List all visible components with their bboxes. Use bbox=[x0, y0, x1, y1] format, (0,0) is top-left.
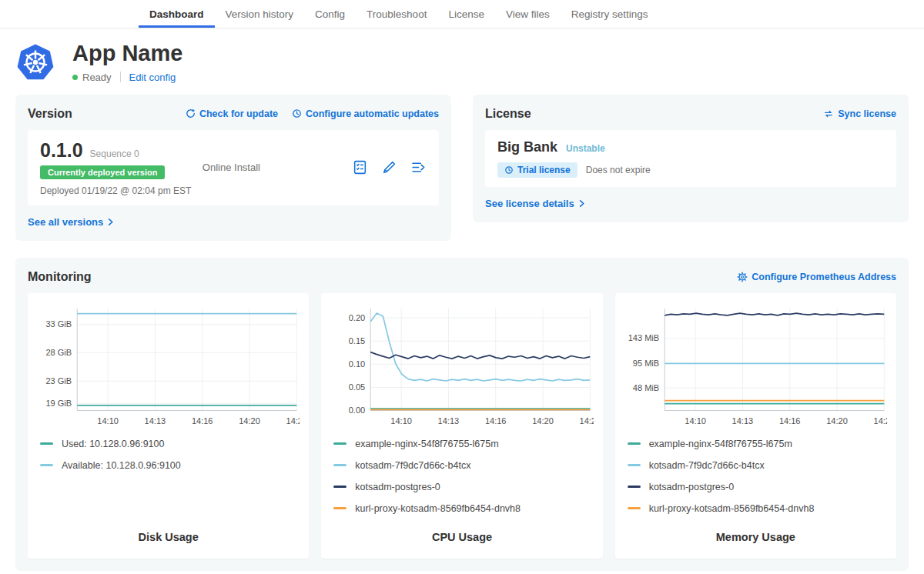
legend-swatch bbox=[40, 442, 53, 445]
legend-label: kotsadm-7f9dc7d66c-b4tcx bbox=[355, 460, 470, 471]
legend-label: example-nginx-54f8f76755-l675m bbox=[355, 439, 498, 449]
tab-license[interactable]: License bbox=[437, 0, 495, 28]
memory-usage-chart: 143 MiB95 MiB48 MiB14:1014:1314:1614:201… bbox=[624, 302, 887, 431]
legend-item: Available: 10.128.0.96:9100 bbox=[40, 460, 296, 471]
legend-swatch bbox=[333, 464, 346, 466]
chart-title: Memory Usage bbox=[624, 525, 887, 551]
svg-text:48 MiB: 48 MiB bbox=[632, 383, 658, 392]
preflight-checks-icon[interactable] bbox=[381, 159, 397, 175]
chart-legend: Used: 10.128.0.96:9100Available: 10.128.… bbox=[37, 439, 300, 482]
see-license-details-label: See license details bbox=[485, 198, 574, 209]
svg-text:14:16: 14:16 bbox=[485, 415, 507, 425]
chevron-right-icon bbox=[106, 218, 115, 226]
channel-name: Unstable bbox=[566, 143, 605, 154]
tab-troubleshoot[interactable]: Troubleshoot bbox=[356, 0, 437, 28]
version-card: Version Check for update Configure autom… bbox=[15, 95, 451, 241]
tab-dashboard[interactable]: Dashboard bbox=[139, 0, 215, 28]
svg-text:0.10: 0.10 bbox=[349, 359, 365, 369]
legend-label: Available: 10.128.0.96:9100 bbox=[62, 460, 181, 471]
clock-refresh-icon bbox=[292, 108, 302, 118]
deploy-logs-icon[interactable] bbox=[410, 159, 427, 175]
legend-item: kurl-proxy-kotsadm-8569fb6454-dnvh8 bbox=[628, 503, 884, 514]
cpu-usage-card: 0.200.150.100.050.0014:1014:1314:1614:20… bbox=[321, 293, 602, 559]
app-header: App Name Ready Edit config bbox=[0, 28, 924, 95]
sync-license-label: Sync license bbox=[838, 108, 896, 119]
svg-text:0.15: 0.15 bbox=[349, 336, 365, 345]
clock-icon bbox=[504, 165, 514, 175]
legend-swatch bbox=[628, 442, 641, 445]
legend-item: example-nginx-54f8f76755-l675m bbox=[333, 439, 590, 449]
svg-text:14:10: 14:10 bbox=[97, 415, 119, 425]
legend-item: kotsadm-7f9dc7d66c-b4tcx bbox=[628, 460, 884, 471]
cpu-usage-chart: 0.200.150.100.050.0014:1014:1314:1614:20… bbox=[330, 302, 593, 431]
check-for-update-label: Check for update bbox=[199, 108, 278, 119]
legend-swatch bbox=[628, 486, 641, 488]
legend-item: kotsadm-7f9dc7d66c-b4tcx bbox=[333, 460, 590, 471]
svg-text:14:10: 14:10 bbox=[391, 415, 413, 425]
chart-legend: example-nginx-54f8f76755-l675mkotsadm-7f… bbox=[330, 439, 593, 525]
chevron-right-icon bbox=[578, 199, 586, 208]
charts-row: 33 GiB28 GiB23 GiB19 GiB14:1014:1314:161… bbox=[28, 293, 896, 559]
summary-cards-row: Version Check for update Configure autom… bbox=[15, 95, 909, 241]
configure-automatic-updates-link[interactable]: Configure automatic updates bbox=[292, 108, 439, 119]
kubernetes-logo-icon bbox=[17, 44, 54, 81]
legend-item: example-nginx-54f8f76755-l675m bbox=[628, 439, 884, 449]
svg-text:14:16: 14:16 bbox=[192, 415, 213, 425]
version-sequence: Sequence 0 bbox=[90, 149, 139, 159]
configure-automatic-updates-label: Configure automatic updates bbox=[306, 108, 439, 119]
see-all-versions-label: See all versions bbox=[28, 216, 103, 228]
legend-swatch bbox=[628, 507, 641, 509]
legend-label: kotsadm-7f9dc7d66c-b4tcx bbox=[649, 460, 765, 471]
svg-text:95 MiB: 95 MiB bbox=[632, 359, 658, 368]
app-name: App Name bbox=[72, 42, 182, 66]
check-for-update-link[interactable]: Check for update bbox=[186, 108, 278, 119]
svg-text:14:23: 14:23 bbox=[580, 415, 594, 425]
svg-text:14:16: 14:16 bbox=[779, 415, 801, 425]
legend-swatch bbox=[333, 486, 346, 488]
customer-name: Big Bank bbox=[497, 139, 557, 155]
configure-prometheus-link[interactable]: Configure Prometheus Address bbox=[737, 272, 896, 282]
top-nav: Dashboard Version history Config Trouble… bbox=[0, 0, 924, 28]
legend-item: Used: 10.128.0.96:9100 bbox=[40, 439, 296, 449]
chart-legend: example-nginx-54f8f76755-l675mkotsadm-7f… bbox=[624, 439, 887, 525]
deployed-timestamp: Deployed 01/19/22 @ 02:04 pm EST bbox=[40, 185, 203, 196]
deployed-version-badge: Currently deployed version bbox=[40, 165, 165, 179]
trial-license-label: Trial license bbox=[517, 165, 571, 175]
release-notes-icon[interactable] bbox=[352, 159, 368, 175]
svg-text:14:13: 14:13 bbox=[732, 415, 753, 425]
svg-text:14:20: 14:20 bbox=[826, 415, 848, 425]
install-type: Online Install bbox=[203, 162, 352, 173]
svg-text:33 GiB: 33 GiB bbox=[45, 319, 72, 329]
legend-item: kotsadm-postgres-0 bbox=[333, 482, 590, 492]
svg-text:19 GiB: 19 GiB bbox=[45, 399, 72, 408]
legend-label: example-nginx-54f8f76755-l675m bbox=[649, 439, 792, 449]
svg-text:0.20: 0.20 bbox=[349, 312, 365, 322]
svg-text:14:13: 14:13 bbox=[145, 415, 166, 425]
legend-label: kurl-proxy-kotsadm-8569fb6454-dnvh8 bbox=[649, 503, 815, 514]
version-title: Version bbox=[28, 107, 72, 121]
disk-usage-card: 33 GiB28 GiB23 GiB19 GiB14:1014:1314:161… bbox=[28, 293, 309, 559]
edit-config-link[interactable]: Edit config bbox=[129, 72, 176, 83]
legend-label: kotsadm-postgres-0 bbox=[355, 482, 440, 492]
divider bbox=[120, 72, 121, 82]
legend-label: Used: 10.128.0.96:9100 bbox=[62, 439, 164, 449]
license-card: License Sync license Big Bank Unstable bbox=[473, 95, 909, 222]
tab-view-files[interactable]: View files bbox=[495, 0, 561, 28]
status-text: Ready bbox=[82, 72, 112, 83]
tab-version-history[interactable]: Version history bbox=[215, 0, 305, 28]
refresh-icon bbox=[186, 108, 196, 118]
tab-registry-settings[interactable]: Registry settings bbox=[561, 0, 659, 28]
monitoring-card: Monitoring Configure Prometheus Address bbox=[15, 258, 909, 571]
svg-text:14:23: 14:23 bbox=[286, 415, 300, 425]
see-license-details-link[interactable]: See license details bbox=[485, 198, 586, 209]
gear-icon bbox=[737, 272, 748, 282]
legend-swatch bbox=[333, 442, 346, 445]
tab-config[interactable]: Config bbox=[304, 0, 356, 28]
legend-item: kurl-proxy-kotsadm-8569fb6454-dnvh8 bbox=[333, 503, 590, 514]
svg-text:14:20: 14:20 bbox=[533, 415, 554, 425]
sync-license-link[interactable]: Sync license bbox=[823, 108, 896, 119]
legend-swatch bbox=[333, 507, 346, 509]
svg-text:14:10: 14:10 bbox=[685, 415, 706, 425]
license-expiry: Does not expire bbox=[586, 165, 651, 175]
see-all-versions-link[interactable]: See all versions bbox=[28, 216, 115, 228]
